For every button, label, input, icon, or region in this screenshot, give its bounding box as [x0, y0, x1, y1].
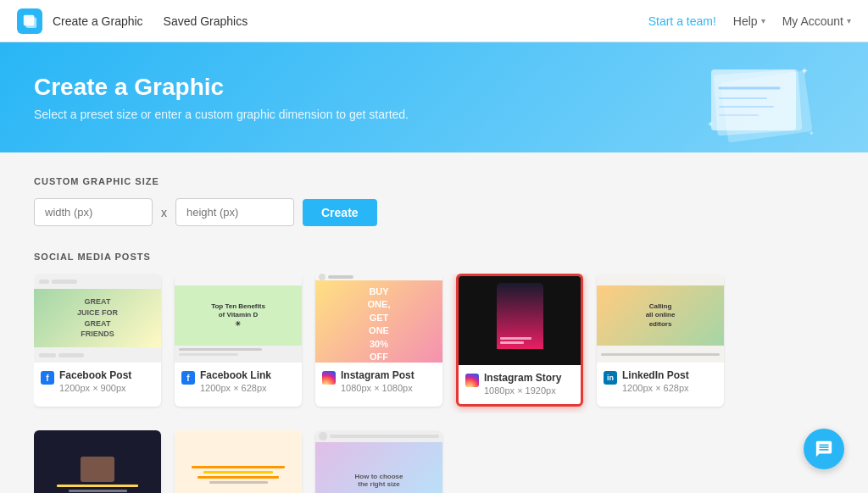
help-chevron-icon: ▾	[761, 16, 765, 25]
card-preview-instagram-post: BUYONE,GETONE30%OFF	[315, 274, 442, 363]
card-row2-3[interactable]: How to choosethe right size Blog Post	[315, 430, 442, 493]
facebook-link-icon: f	[181, 371, 195, 385]
card-preview-row2-1	[34, 430, 161, 493]
card-preview-row2-3: How to choosethe right size	[315, 430, 442, 493]
card-preview-row2-2	[175, 430, 302, 493]
card-name-facebook-post: Facebook Post	[59, 369, 154, 383]
card-facebook-post[interactable]: GREATJUICE FORGREATFRIENDS f Facebook Po…	[34, 274, 161, 407]
card-dims-linkedin-post: 1200px × 628px	[622, 383, 717, 393]
card-footer-instagram-story: Instagram Story 1080px × 1920px	[459, 365, 581, 404]
card-name-facebook-link: Facebook Link	[200, 369, 295, 383]
account-menu[interactable]: My Account ▾	[782, 14, 851, 28]
svg-rect-1	[26, 17, 37, 28]
svg-text:✦: ✦	[809, 130, 815, 137]
instagram-story-icon	[465, 374, 479, 387]
card-dims-facebook-link: 1200px × 628px	[200, 383, 295, 393]
card-preview-facebook-link: Top Ten Benefitsof Vitamin D☀	[175, 274, 302, 363]
account-chevron-icon: ▾	[847, 16, 851, 25]
svg-text:✦: ✦	[707, 119, 714, 129]
hero-subtitle: Select a preset size or enter a custom g…	[34, 108, 409, 121]
second-row-cards: Social Post Social Post	[34, 430, 834, 493]
card-name-instagram-story: Instagram Story	[484, 372, 574, 385]
card-footer-instagram-post: Instagram Post 1080px × 1080px	[315, 363, 442, 402]
mock-instagram-story	[459, 276, 581, 365]
card-preview-instagram-story	[459, 276, 581, 365]
svg-text:✦: ✦	[800, 65, 809, 77]
card-name-linkedin-post: LinkedIn Post	[622, 369, 717, 383]
card-instagram-post[interactable]: BUYONE,GETONE30%OFF Instagram Post 1080p…	[315, 274, 442, 407]
width-input[interactable]	[34, 198, 153, 226]
app-logo[interactable]	[17, 8, 42, 34]
custom-size-row: x Create	[34, 198, 834, 226]
hero-banner: Create a Graphic Select a preset size or…	[0, 42, 868, 152]
card-linkedin-post[interactable]: Callingall onlineeditors in LinkedIn Pos…	[597, 274, 724, 407]
card-facebook-link[interactable]: Top Ten Benefitsof Vitamin D☀ f Facebook…	[175, 274, 302, 407]
social-posts-grid: GREATJUICE FORGREATFRIENDS f Facebook Po…	[34, 274, 834, 413]
card-dims-instagram-story: 1080px × 1920px	[484, 385, 574, 396]
card-footer-facebook-post: f Facebook Post 1200px × 900px	[34, 363, 161, 402]
hero-content: Create a Graphic Select a preset size or…	[34, 74, 409, 121]
card-preview-facebook-post: GREATJUICE FORGREATFRIENDS	[34, 274, 161, 363]
navbar-right: Start a team! Help ▾ My Account ▾	[648, 14, 851, 28]
card-preview-linkedin-post: Callingall onlineeditors	[597, 274, 724, 363]
card-footer-linkedin-post: in LinkedIn Post 1200px × 628px	[597, 363, 724, 402]
card-dims-instagram-post: 1080px × 1080px	[341, 383, 436, 393]
create-graphic-link[interactable]: Create a Graphic	[53, 14, 143, 28]
linkedin-icon: in	[604, 371, 617, 385]
hero-title: Create a Graphic	[34, 74, 409, 101]
card-row2-1[interactable]: Social Post	[34, 430, 161, 493]
create-button[interactable]: Create	[303, 199, 377, 226]
social-posts-label: SOCIAL MEDIA POSTS	[34, 252, 834, 262]
help-menu[interactable]: Help ▾	[733, 14, 765, 28]
card-instagram-story[interactable]: Instagram Story 1080px × 1920px	[456, 274, 583, 407]
main-content: CUSTOM GRAPHIC SIZE x Create SOCIAL MEDI…	[0, 152, 868, 493]
mock-facebook-post: GREATJUICE FORGREATFRIENDS	[34, 274, 161, 363]
mock-linkedin-post: Callingall onlineeditors	[597, 274, 724, 363]
start-team-link[interactable]: Start a team!	[648, 14, 716, 28]
x-divider: x	[161, 206, 167, 219]
instagram-post-icon	[322, 371, 336, 385]
chat-fab-button[interactable]	[804, 429, 844, 469]
hero-illustration: ✦ ✦ ✦	[698, 59, 834, 152]
svg-rect-4	[711, 69, 796, 130]
card-footer-facebook-link: f Facebook Link 1200px × 628px	[175, 363, 302, 402]
navbar: Create a Graphic Saved Graphics Start a …	[0, 0, 868, 42]
height-input[interactable]	[175, 198, 294, 226]
card-dims-facebook-post: 1200px × 900px	[59, 383, 154, 393]
mock-facebook-link: Top Ten Benefitsof Vitamin D☀	[175, 274, 302, 363]
navbar-links: Create a Graphic Saved Graphics	[53, 14, 248, 28]
saved-graphics-link[interactable]: Saved Graphics	[164, 14, 248, 28]
card-name-instagram-post: Instagram Post	[341, 369, 436, 383]
card-row2-2[interactable]: Social Post	[175, 430, 302, 493]
mock-instagram-post: BUYONE,GETONE30%OFF	[315, 274, 442, 363]
facebook-icon: f	[41, 371, 54, 385]
custom-size-label: CUSTOM GRAPHIC SIZE	[34, 176, 834, 186]
